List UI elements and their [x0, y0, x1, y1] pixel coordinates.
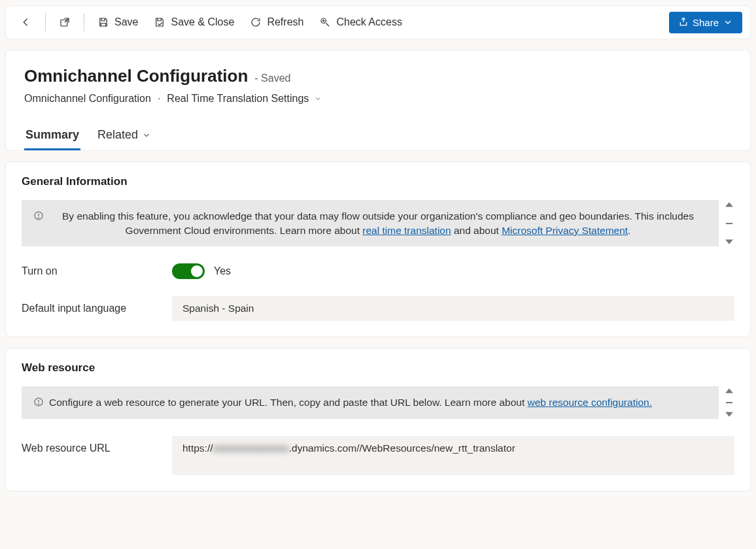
save-icon: [97, 16, 109, 28]
section-web-resource: Web resource Configure a web resource to…: [5, 348, 751, 491]
share-button[interactable]: Share: [669, 12, 742, 33]
tab-summary[interactable]: Summary: [24, 122, 80, 150]
save-close-button[interactable]: Save & Close: [147, 11, 241, 33]
field-default-language: Default input language Spanish - Spain: [22, 296, 734, 321]
caret-up-icon: [725, 201, 733, 208]
save-label: Save: [114, 16, 138, 28]
key-search-icon: [319, 16, 331, 28]
url-redacted-segment: xxxxxxxxxxxxxxx: [213, 442, 289, 454]
toggle-turn-on-value: Yes: [214, 265, 231, 277]
popout-button[interactable]: [52, 11, 77, 33]
svg-point-6: [38, 404, 39, 405]
caret-up-icon: [725, 388, 733, 394]
info-banner-text: By enabling this feature, you acknowledg…: [49, 209, 707, 237]
record-header-card: Omnichannel Configuration - Saved Omnich…: [5, 50, 751, 151]
field-turn-on: Turn on Yes: [22, 263, 734, 279]
save-close-label: Save & Close: [171, 16, 234, 28]
scroll-dash-icon: [726, 402, 732, 403]
command-bar: Save Save & Close Refresh Check Access S…: [5, 5, 751, 39]
label-turn-on: Turn on: [22, 265, 172, 277]
link-privacy-statement[interactable]: Microsoft Privacy Statement: [502, 225, 628, 236]
scrollbar-indicator[interactable]: [724, 386, 734, 419]
breadcrumb-separator: ·: [158, 93, 160, 105]
tabs: Summary Related: [24, 122, 732, 150]
info-banner-web-resource: Configure a web resource to generate you…: [22, 386, 719, 419]
section-general-information: General Information By enabling this fea…: [5, 161, 751, 337]
breadcrumb: Omnichannel Configuration · Real Time Tr…: [24, 93, 732, 105]
page-title: Omnichannel Configuration: [24, 66, 248, 86]
breadcrumb-entity: Omnichannel Configuration: [24, 93, 151, 105]
toggle-thumb: [191, 265, 203, 277]
refresh-icon: [250, 16, 262, 28]
save-button[interactable]: Save: [91, 11, 145, 33]
link-web-resource-config[interactable]: web resource configuration.: [528, 397, 652, 408]
chevron-down-icon: [142, 131, 151, 140]
section-title-web-resource: Web resource: [22, 361, 734, 374]
input-default-language[interactable]: Spanish - Spain: [172, 296, 734, 321]
arrow-left-icon: [20, 16, 32, 28]
scrollbar-indicator[interactable]: [724, 200, 734, 246]
caret-down-icon: [725, 239, 733, 245]
check-access-label: Check Access: [336, 16, 402, 28]
chevron-down-icon: [314, 95, 322, 103]
save-close-icon: [154, 16, 165, 28]
label-default-language: Default input language: [22, 303, 172, 314]
tab-related[interactable]: Related: [96, 122, 152, 150]
scroll-dash-icon: [726, 223, 732, 224]
svg-point-4: [38, 218, 39, 218]
back-button[interactable]: [14, 11, 39, 33]
chevron-down-icon: [723, 17, 733, 27]
refresh-button[interactable]: Refresh: [243, 11, 310, 33]
popout-icon: [59, 16, 71, 28]
field-web-resource-url: Web resource URL https://xxxxxxxxxxxxxxx…: [22, 436, 734, 475]
link-real-time-translation[interactable]: real time translation: [362, 225, 451, 236]
input-web-resource-url[interactable]: https://xxxxxxxxxxxxxxx.dynamics.com//We…: [172, 436, 734, 475]
caret-down-icon: [725, 411, 733, 418]
svg-point-1: [321, 18, 326, 24]
share-label: Share: [693, 17, 719, 28]
check-access-button[interactable]: Check Access: [313, 11, 408, 33]
toggle-turn-on[interactable]: [172, 263, 205, 279]
info-icon: [33, 397, 44, 410]
breadcrumb-form-name: Real Time Translation Settings: [167, 93, 309, 105]
tab-related-label: Related: [97, 128, 138, 142]
save-status: - Saved: [254, 73, 290, 84]
info-banner-general: By enabling this feature, you acknowledg…: [22, 200, 719, 246]
refresh-label: Refresh: [267, 16, 303, 28]
svg-point-2: [323, 20, 324, 22]
separator: [84, 13, 84, 31]
info-banner-text: Configure a web resource to generate you…: [49, 395, 652, 410]
info-icon: [33, 210, 44, 224]
separator: [45, 13, 46, 31]
label-web-resource-url: Web resource URL: [22, 436, 172, 454]
breadcrumb-form-selector[interactable]: Real Time Translation Settings: [167, 93, 322, 105]
share-icon: [678, 17, 689, 27]
tab-summary-label: Summary: [26, 128, 79, 142]
section-title-general: General Information: [22, 175, 734, 188]
